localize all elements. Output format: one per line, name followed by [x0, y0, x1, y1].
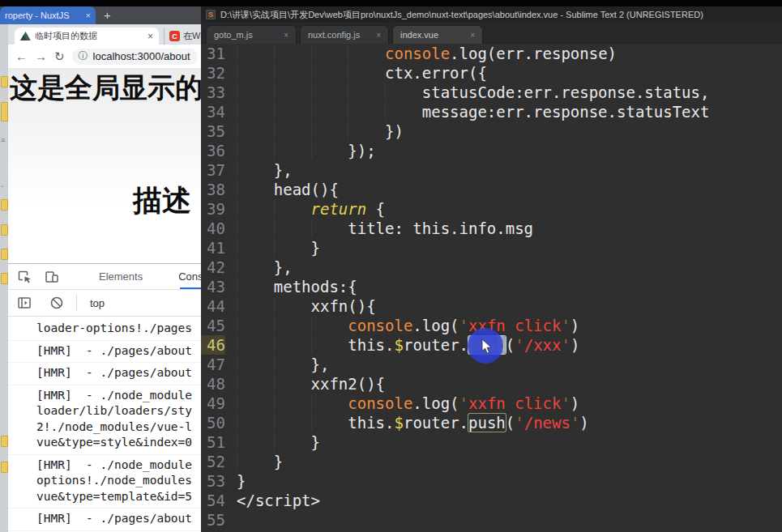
code-line[interactable]: 34 message:err.response.statusText: [201, 102, 782, 121]
code-line[interactable]: 43 methods:{: [201, 277, 782, 296]
desktop-strip: ≡ ˇ: [0, 24, 8, 532]
url-text: localhost:3000/about: [93, 50, 190, 62]
folder-icon[interactable]: [1, 436, 8, 447]
code-line[interactable]: 51 }: [201, 432, 782, 452]
line-content: title: this.info.msg: [237, 219, 533, 238]
code-line[interactable]: 32 ctx.error({: [201, 63, 782, 83]
console-entry: [HMR] - ./pages/about: [8, 341, 201, 364]
folder-icon[interactable]: [1, 273, 8, 284]
line-content: this.$router.push('/news'): [237, 413, 589, 432]
code-line[interactable]: 35 }): [201, 121, 782, 141]
devtools-main-toolbar: Elements Console: [8, 264, 201, 290]
code-editor[interactable]: 31 console.log(err.response)32 ctx.error…: [201, 44, 782, 532]
folder-icon[interactable]: [1, 102, 8, 121]
screen: roperty - NuxtJS × + ≡ ˇ 临时项目的数据 × C 在Wi…: [0, 0, 782, 532]
line-content: xxfn(){: [237, 296, 376, 316]
line-number: 41: [201, 238, 225, 257]
page-desc-label: 描述：: [133, 181, 201, 221]
sublime-tab-goto_m.js[interactable]: goto_m.js×: [206, 25, 297, 44]
code-line[interactable]: 53}: [201, 471, 782, 491]
folder-icon[interactable]: [1, 199, 8, 211]
divider: [76, 295, 77, 311]
folder-icon[interactable]: [1, 224, 8, 236]
line-number: 37: [201, 160, 225, 180]
code-line[interactable]: 39 return {: [201, 199, 782, 219]
code-line[interactable]: 42 },: [201, 257, 782, 277]
code-line[interactable]: 52 }: [201, 452, 782, 471]
close-icon[interactable]: ×: [147, 31, 153, 42]
browser-toolbar: ← → ↻ ⓘ localhost:3000/about: [8, 45, 201, 69]
line-content: });: [237, 141, 376, 160]
forward-icon[interactable]: →: [35, 49, 47, 63]
tab-console[interactable]: Console: [178, 270, 201, 283]
new-tab-button[interactable]: +: [104, 8, 111, 22]
code-line[interactable]: 33 statusCode:err.response.status,: [201, 83, 782, 102]
line-content: statusCode:err.response.status,: [237, 83, 709, 102]
line-content: }: [237, 471, 246, 491]
context-selector[interactable]: top: [90, 297, 105, 309]
line-number: 43: [201, 277, 225, 296]
line-number: 35: [201, 121, 225, 141]
mouse-cursor: [481, 339, 494, 355]
code-line[interactable]: 48 xxfn2(){: [201, 374, 782, 394]
browser-tab-active[interactable]: 临时项目的数据 ×: [15, 28, 159, 45]
line-content: methods:{: [237, 277, 357, 296]
inspect-element-icon[interactable]: [16, 269, 32, 285]
browser-tabstrip: 临时项目的数据 × C 在Window: [8, 24, 201, 45]
code-line[interactable]: 41 }: [201, 238, 782, 257]
code-line[interactable]: 40 title: this.info.msg: [201, 219, 782, 238]
sublime-tab-index.vue[interactable]: index.vue×: [392, 25, 483, 44]
clear-console-icon[interactable]: [49, 295, 65, 311]
devtools-panel: Elements Console top loader-options!./pa…: [8, 263, 201, 532]
background-browser-tab-nuxtjs[interactable]: roperty - NuxtJS ×: [0, 6, 96, 24]
code-line[interactable]: 54</script>: [201, 491, 782, 510]
back-icon[interactable]: ←: [15, 49, 28, 63]
folder-icon[interactable]: [1, 462, 8, 473]
folder-icon[interactable]: [1, 249, 8, 260]
code-line[interactable]: 49 console.log('xxfn click'): [201, 394, 782, 413]
close-icon[interactable]: ×: [370, 31, 381, 40]
code-line[interactable]: 50 this.$router.push('/news'): [201, 413, 782, 432]
chevron-down-icon: ˇ: [1, 185, 3, 193]
device-toolbar-icon[interactable]: [44, 269, 60, 285]
sublime-titlebar: S D:\讲课\实战项目\开发Dev\web项目pro\nuxtJs_demo\…: [201, 6, 782, 23]
code-line[interactable]: 31 console.log(err.response): [201, 44, 782, 63]
reload-icon[interactable]: ↻: [54, 49, 65, 64]
line-content: console.log('xxfn click'): [237, 394, 579, 413]
line-number: 33: [201, 83, 225, 102]
line-content: message:err.response.statusText: [237, 102, 709, 121]
line-content: this.$router.push('/xxx'): [237, 335, 579, 355]
sublime-tabbar: goto_m.js×nuxt.config.js×index.vue×: [201, 23, 782, 44]
sublime-tab-nuxt.config.js[interactable]: nuxt.config.js×: [300, 25, 389, 44]
close-icon[interactable]: ×: [277, 31, 288, 40]
line-number: 51: [201, 432, 225, 452]
code-line[interactable]: 37 },: [201, 160, 782, 180]
console-sidebar-icon[interactable]: [16, 295, 32, 311]
line-content: xxfn2(){: [237, 374, 385, 394]
console-entry: [HMR] - ./node_module options!./node_mod…: [8, 455, 201, 509]
folder-icon[interactable]: [1, 76, 8, 87]
browser-tab-inactive[interactable]: C 在Window: [164, 28, 201, 45]
code-line[interactable]: 44 xxfn(){: [201, 296, 782, 316]
address-bar[interactable]: ⓘ localhost:3000/about: [72, 49, 198, 65]
close-icon[interactable]: ×: [86, 11, 91, 20]
line-content: console.log(err.response): [237, 44, 617, 63]
code-line[interactable]: 38 head(){: [201, 180, 782, 199]
tab-elements[interactable]: Elements: [99, 270, 143, 283]
page-info-icon[interactable]: ⓘ: [79, 49, 88, 63]
console-entry: [HMR] - ./pages/about: [8, 509, 201, 531]
csdn-favicon: C: [169, 31, 180, 41]
line-content: }: [237, 238, 320, 257]
line-number: 39: [201, 199, 225, 219]
code-line[interactable]: 55: [201, 510, 782, 530]
line-number: 44: [201, 296, 225, 316]
tab-label: goto_m.js: [214, 30, 253, 40]
sublime-app-icon: S: [206, 10, 216, 19]
code-line[interactable]: 36 });: [201, 141, 782, 160]
nuxt-favicon: [20, 32, 31, 40]
tab-label: index.vue: [400, 30, 438, 40]
close-icon[interactable]: ×: [464, 31, 475, 40]
active-tab-underline: [180, 287, 201, 289]
line-content: </script>: [237, 491, 320, 510]
background-tab-title: roperty - NuxtJS: [5, 11, 69, 20]
